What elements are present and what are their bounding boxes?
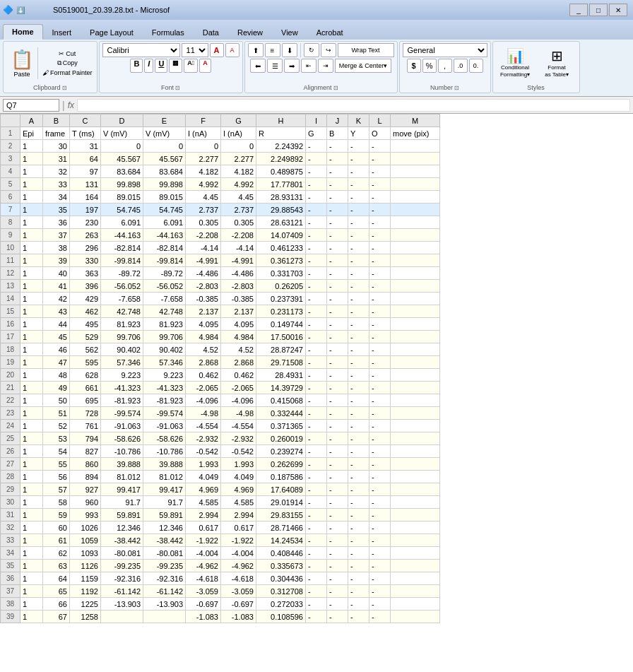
data-cell[interactable]: -4.14 xyxy=(186,242,221,254)
data-cell[interactable]: -4.096 xyxy=(221,394,256,407)
data-cell[interactable]: - xyxy=(327,560,348,572)
data-cell[interactable]: 1 xyxy=(20,394,43,407)
data-cell[interactable]: - xyxy=(327,483,348,496)
data-cell[interactable]: - xyxy=(369,229,391,242)
indent-button[interactable]: ↪ xyxy=(321,43,336,57)
data-cell[interactable]: - xyxy=(348,369,369,382)
tab-view[interactable]: View xyxy=(272,25,307,40)
data-cell[interactable]: -2.065 xyxy=(221,382,256,394)
data-cell[interactable] xyxy=(391,445,440,458)
data-cell[interactable] xyxy=(391,572,440,585)
data-cell[interactable]: - xyxy=(327,153,348,165)
data-cell[interactable]: 0.305 xyxy=(186,216,221,229)
data-cell[interactable]: 48 xyxy=(43,369,70,382)
data-cell[interactable] xyxy=(391,509,440,521)
data-cell[interactable]: 6.091 xyxy=(101,216,143,229)
data-cell[interactable]: - xyxy=(306,318,327,331)
row-num-cell[interactable]: 33 xyxy=(1,534,20,547)
data-cell[interactable]: -99.814 xyxy=(101,254,143,267)
data-cell[interactable]: 1192 xyxy=(70,585,101,598)
data-cell[interactable]: - xyxy=(369,394,391,407)
data-cell[interactable]: 45 xyxy=(43,331,70,343)
data-cell[interactable]: 0 xyxy=(101,140,143,153)
data-cell[interactable] xyxy=(391,534,440,547)
data-cell[interactable]: 1225 xyxy=(70,598,101,611)
data-cell[interactable]: - xyxy=(369,356,391,369)
data-cell[interactable]: - xyxy=(327,471,348,483)
data-cell[interactable]: - xyxy=(306,242,327,254)
data-cell[interactable]: -80.081 xyxy=(101,547,143,560)
data-cell[interactable]: -38.442 xyxy=(101,534,143,547)
row-num-cell[interactable]: 19 xyxy=(1,356,20,369)
data-cell[interactable]: - xyxy=(327,216,348,229)
data-cell[interactable]: 28.87247 xyxy=(256,343,306,356)
data-cell[interactable]: - xyxy=(348,356,369,369)
conditional-formatting-button[interactable]: 📊 ConditionalFormatting▾ xyxy=(496,45,535,81)
data-cell[interactable]: 1 xyxy=(20,216,43,229)
data-cell[interactable]: - xyxy=(306,521,327,534)
data-cell[interactable]: - xyxy=(306,496,327,509)
data-cell[interactable]: - xyxy=(369,471,391,483)
data-cell[interactable]: -4.004 xyxy=(186,547,221,560)
data-cell[interactable]: 4.992 xyxy=(186,178,221,191)
data-cell[interactable]: 14.07409 xyxy=(256,229,306,242)
data-cell[interactable]: 2.277 xyxy=(186,153,221,165)
data-cell[interactable] xyxy=(391,356,440,369)
data-cell[interactable]: -91.063 xyxy=(101,420,143,432)
data-cell[interactable]: 0.239274 xyxy=(256,445,306,458)
data-cell[interactable]: 81.012 xyxy=(143,471,186,483)
data-cell[interactable]: -10.786 xyxy=(101,445,143,458)
data-cell[interactable]: - xyxy=(369,560,391,572)
data-cell[interactable]: 62 xyxy=(43,547,70,560)
data-cell[interactable]: 57.346 xyxy=(101,356,143,369)
data-cell[interactable] xyxy=(391,204,440,216)
data-cell[interactable] xyxy=(143,611,186,623)
data-cell[interactable]: 0.331703 xyxy=(256,267,306,280)
data-cell[interactable]: -4.991 xyxy=(186,254,221,267)
data-cell[interactable]: 1 xyxy=(20,331,43,343)
cell-reference-box[interactable]: Q7 xyxy=(3,99,59,112)
data-cell[interactable]: - xyxy=(306,407,327,420)
data-cell[interactable]: - xyxy=(348,165,369,178)
data-cell[interactable]: 197 xyxy=(70,204,101,216)
data-cell[interactable]: 0.617 xyxy=(186,521,221,534)
data-cell[interactable]: -4.991 xyxy=(221,254,256,267)
data-cell[interactable]: - xyxy=(348,254,369,267)
data-cell[interactable]: 45.567 xyxy=(143,153,186,165)
data-cell[interactable] xyxy=(391,280,440,293)
data-cell[interactable]: - xyxy=(327,356,348,369)
data-cell[interactable]: - xyxy=(348,216,369,229)
data-cell[interactable]: -3.059 xyxy=(186,585,221,598)
data-cell[interactable]: 1 xyxy=(20,318,43,331)
data-cell[interactable]: - xyxy=(327,204,348,216)
data-cell[interactable]: 29.88543 xyxy=(256,204,306,216)
row-num-cell[interactable]: 38 xyxy=(1,598,20,611)
data-cell[interactable]: - xyxy=(306,267,327,280)
align-right-button[interactable]: ➡ xyxy=(284,59,300,73)
data-cell[interactable]: 1 xyxy=(20,191,43,204)
data-cell[interactable]: 9.223 xyxy=(143,369,186,382)
data-cell[interactable]: 0.361273 xyxy=(256,254,306,267)
data-cell[interactable]: - xyxy=(327,343,348,356)
data-cell[interactable]: 4.182 xyxy=(221,165,256,178)
data-cell[interactable] xyxy=(391,407,440,420)
data-cell[interactable]: 41 xyxy=(43,280,70,293)
data-cell[interactable]: - xyxy=(327,293,348,305)
data-cell[interactable]: 64 xyxy=(43,572,70,585)
data-cell[interactable]: -44.163 xyxy=(143,229,186,242)
data-cell[interactable]: -80.081 xyxy=(143,547,186,560)
align-center-button[interactable]: ☰ xyxy=(267,59,283,73)
maximize-btn[interactable]: □ xyxy=(589,4,608,16)
data-cell[interactable]: - xyxy=(306,293,327,305)
data-cell[interactable]: 1 xyxy=(20,254,43,267)
data-cell[interactable]: 0.408446 xyxy=(256,547,306,560)
data-cell[interactable]: - xyxy=(369,305,391,318)
data-cell[interactable]: - xyxy=(369,153,391,165)
data-cell[interactable]: 54 xyxy=(43,445,70,458)
data-cell[interactable]: 17.64089 xyxy=(256,483,306,496)
data-cell[interactable]: 529 xyxy=(70,331,101,343)
data-cell[interactable] xyxy=(391,178,440,191)
data-cell[interactable]: 2.994 xyxy=(221,509,256,521)
data-cell[interactable]: 39 xyxy=(43,254,70,267)
data-cell[interactable]: 29.71508 xyxy=(256,356,306,369)
